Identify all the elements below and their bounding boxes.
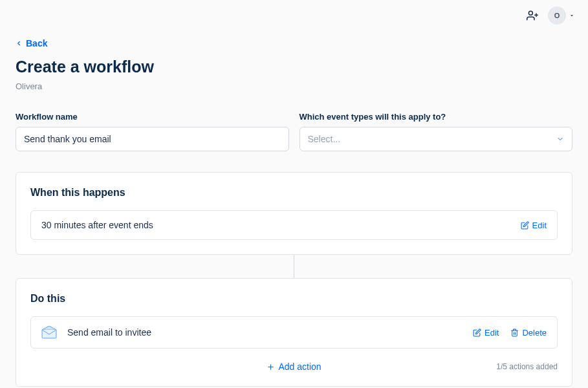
svg-rect-3 <box>42 329 56 338</box>
trigger-card: When this happens 30 minutes after event… <box>16 172 572 255</box>
trigger-text: 30 minutes after event ends <box>41 220 153 230</box>
owner-name: Olivera <box>16 81 572 91</box>
chevron-down-icon <box>556 135 564 143</box>
action-item: Send email to invitee Edit Delete <box>30 316 558 349</box>
back-link[interactable]: Back <box>16 38 47 48</box>
actions-card: Do this Send email to invitee Edi <box>16 278 572 387</box>
trash-icon <box>510 329 519 337</box>
action-delete-button[interactable]: Delete <box>510 328 547 338</box>
page-title: Create a workflow <box>16 58 572 76</box>
event-types-select[interactable]: Select... <box>299 127 573 151</box>
action-text: Send email to invitee <box>67 327 151 338</box>
trigger-edit-label: Edit <box>532 221 547 230</box>
plus-icon <box>267 363 275 371</box>
trigger-item: 30 minutes after event ends Edit <box>30 210 558 240</box>
form-row: Workflow name Which event types will thi… <box>16 112 572 151</box>
add-action-label: Add action <box>278 361 321 372</box>
trigger-actions: Edit <box>521 221 547 230</box>
trigger-card-title: When this happens <box>30 187 558 199</box>
workflow-name-field-group: Workflow name <box>16 112 289 151</box>
back-label: Back <box>26 38 47 48</box>
actions-card-title: Do this <box>30 293 558 305</box>
event-types-label: Which event types will this apply to? <box>299 112 573 122</box>
avatar: O <box>548 6 566 25</box>
action-item-left: Send email to invitee <box>41 326 151 339</box>
topbar: O <box>0 0 588 31</box>
action-item-actions: Edit Delete <box>473 328 547 338</box>
pencil-icon <box>473 329 481 337</box>
workflow-name-input[interactable] <box>16 127 289 151</box>
caret-down-icon <box>569 12 575 19</box>
event-types-placeholder: Select... <box>308 134 341 144</box>
trigger-edit-button[interactable]: Edit <box>521 221 547 230</box>
actions-count: 1/5 actions added <box>496 362 558 371</box>
action-edit-label: Edit <box>485 328 499 338</box>
svg-point-0 <box>528 11 532 15</box>
add-person-icon <box>527 10 538 21</box>
event-types-field-group: Which event types will this apply to? Se… <box>299 112 573 151</box>
add-action-row: Add action 1/5 actions added <box>30 361 558 372</box>
add-person-button[interactable] <box>525 8 540 23</box>
chevron-left-icon <box>16 40 22 47</box>
email-icon <box>41 326 57 339</box>
user-menu[interactable]: O <box>548 6 575 25</box>
action-delete-label: Delete <box>522 328 547 338</box>
workflow-name-label: Workflow name <box>16 112 289 122</box>
action-edit-button[interactable]: Edit <box>473 328 499 338</box>
page-content: Back Create a workflow Olivera Workflow … <box>0 31 588 388</box>
connector-line <box>294 255 294 278</box>
add-action-button[interactable]: Add action <box>267 361 321 372</box>
pencil-icon <box>521 221 529 230</box>
